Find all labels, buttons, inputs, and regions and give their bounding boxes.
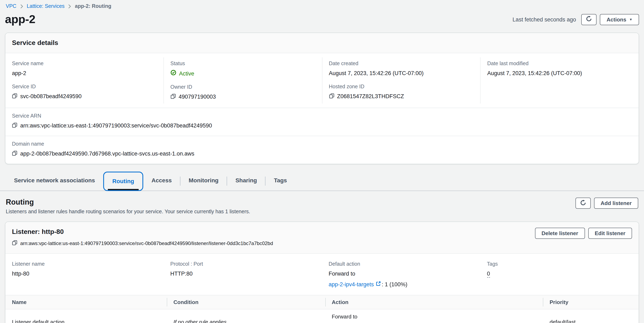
routing-title: Routing (6, 198, 250, 207)
copy-domain-name-button[interactable] (12, 150, 17, 157)
chevron-right-icon (20, 4, 23, 8)
tags-field: Tags 0 (487, 261, 632, 278)
chevron-right-icon (68, 4, 71, 8)
listener-title: Listener: http-80 (12, 228, 273, 236)
actions-button[interactable]: Actions ▼ (600, 14, 639, 25)
copy-icon (329, 93, 334, 100)
rule-name-cell: Listener default action (5, 315, 167, 323)
default-action-field: Default action Forward to app-2-ipv4-tar… (328, 261, 474, 288)
rule-priority-cell: default/last (543, 315, 639, 323)
rule-condition-cell: If no other rule applies (167, 315, 325, 323)
service-name-field: Service name app-2 (12, 61, 157, 77)
refresh-button[interactable] (582, 14, 597, 25)
copy-owner-id-button[interactable] (170, 93, 176, 100)
tab-routing[interactable]: Routing (103, 172, 143, 191)
page-header: app-2 Last fetched seconds ago Actions ▼ (5, 13, 639, 26)
target-group-link[interactable]: app-2-ipv4-targets (328, 281, 381, 288)
column-header-condition: Condition (167, 295, 325, 309)
hosted-zone-id-value: Z0681547Z82L3THDFSCZ (337, 93, 404, 100)
domain-name-field: Domain name app-2-0b087beadf4249590.7d67… (5, 136, 639, 164)
caret-down-icon: ▼ (629, 18, 632, 21)
domain-name-value: app-2-0b087beadf4249590.7d67968.vpc-latt… (20, 150, 194, 157)
tab-monitoring[interactable]: Monitoring (180, 172, 227, 191)
date-created-field: Date created August 7, 2023, 15:42:26 (U… (329, 61, 474, 77)
column-header-priority: Priority (543, 295, 639, 309)
protocol-port-field: Protocol : Port HTTP:80 (170, 261, 316, 277)
owner-id-value: 490797190003 (179, 93, 216, 100)
actions-button-label: Actions (607, 16, 626, 22)
routing-section-header: Routing Listeners and listener rules han… (5, 198, 639, 215)
tab-tags[interactable]: Tags (266, 172, 295, 191)
edit-listener-button[interactable]: Edit listener (588, 228, 632, 239)
breadcrumb-current: app-2: Routing (75, 3, 111, 9)
tags-count-link[interactable]: 0 (487, 270, 490, 278)
rules-table-header: Name Condition Action Priority (5, 295, 639, 310)
copy-hosted-zone-id-button[interactable] (329, 93, 334, 100)
copy-icon (12, 93, 17, 100)
copy-icon (12, 122, 17, 129)
routing-refresh-button[interactable] (576, 198, 591, 209)
owner-id-field: Owner ID 490797190003 (170, 84, 316, 100)
table-row: Listener default action If no other rule… (5, 310, 639, 323)
date-modified-field: Date last modified August 7, 2023, 15:42… (487, 61, 632, 77)
refresh-icon (586, 16, 592, 23)
service-details-card: Service details Service name app-2 Servi… (5, 32, 639, 164)
listener-card: Listener: http-80 arn:aws:vpc-lattice:us… (5, 222, 639, 323)
copy-service-arn-button[interactable] (12, 122, 17, 129)
copy-icon (12, 150, 17, 157)
status-badge: Active (179, 70, 194, 77)
status-success-icon (170, 70, 176, 77)
service-id-value: svc-0b087beadf4249590 (20, 93, 82, 100)
external-link-icon (376, 281, 381, 288)
service-details-grid: Service name app-2 Service ID svc-0b087b… (5, 53, 639, 108)
breadcrumb: VPC Lattice: Services app-2: Routing (5, 0, 639, 9)
rule-action-cell: Forward to app-2-ipv4-targets : 1 (100%) (325, 310, 543, 323)
service-arn-field: Service ARN arn:aws:vpc-lattice:us-east-… (5, 108, 639, 136)
listener-card-header: Listener: http-80 arn:aws:vpc-lattice:us… (5, 222, 639, 254)
page-title: app-2 (5, 13, 35, 26)
tab-service-network-associations[interactable]: Service network associations (6, 172, 103, 191)
last-fetched-text: Last fetched seconds ago (512, 16, 576, 22)
status-field: Status Active (170, 61, 316, 77)
copy-service-id-button[interactable] (12, 93, 17, 100)
hosted-zone-id-field: Hosted zone ID Z0681547Z82L3THDFSCZ (329, 84, 474, 100)
copy-listener-arn-button[interactable] (12, 240, 17, 247)
listener-rules-table: Name Condition Action Priority Listener … (5, 295, 639, 323)
listener-arn-value: arn:aws:vpc-lattice:us-east-1:4907971900… (20, 241, 273, 246)
service-details-header: Service details (5, 33, 639, 53)
column-header-action: Action (325, 295, 543, 309)
column-header-name: Name (5, 295, 167, 309)
listener-details-grid: Listener name http-80 Protocol : Port HT… (5, 254, 639, 295)
tabs-bar: Service network associations Routing Acc… (0, 172, 644, 191)
routing-description: Listeners and listener rules handle rout… (6, 209, 250, 215)
add-listener-button[interactable]: Add listener (594, 198, 638, 209)
tab-sharing[interactable]: Sharing (227, 172, 265, 191)
tab-access[interactable]: Access (143, 172, 180, 191)
refresh-icon (580, 199, 586, 207)
target-weight-text: : 1 (100%) (382, 281, 408, 287)
service-id-field: Service ID svc-0b087beadf4249590 (12, 84, 157, 100)
service-arn-value: arn:aws:vpc-lattice:us-east-1:4907971900… (20, 122, 212, 129)
listener-name-field: Listener name http-80 (12, 261, 157, 277)
copy-icon (170, 93, 176, 100)
copy-icon (12, 240, 17, 247)
breadcrumb-link-vpc[interactable]: VPC (6, 3, 16, 9)
delete-listener-button[interactable]: Delete listener (535, 228, 585, 239)
service-details-title: Service details (12, 39, 632, 47)
breadcrumb-link-lattice-services[interactable]: Lattice: Services (27, 3, 64, 9)
vpc-lattice-service-page: VPC Lattice: Services app-2: Routing app… (0, 0, 644, 323)
